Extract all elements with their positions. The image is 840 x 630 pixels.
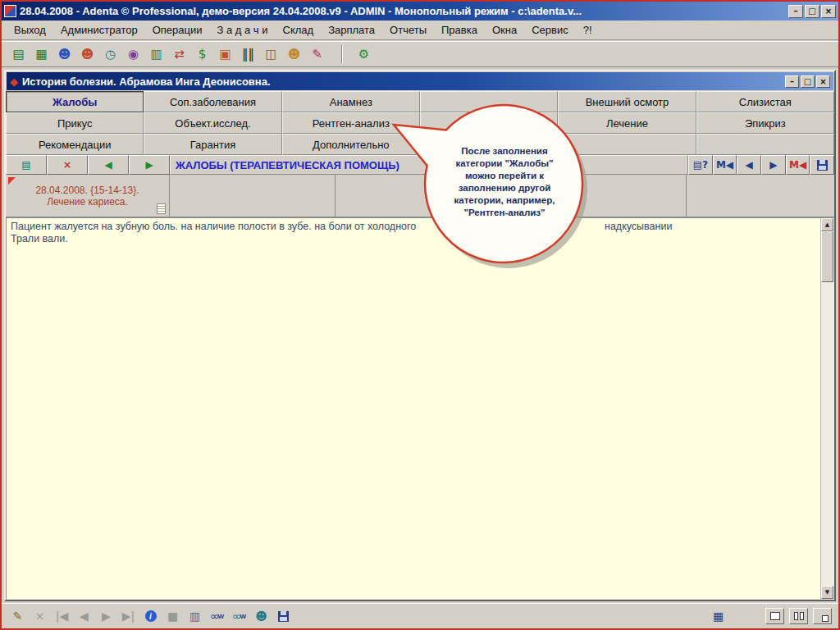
delete-record-button[interactable]: × xyxy=(47,155,88,175)
transfer-button[interactable]: ☻ xyxy=(252,607,271,626)
menu-item-9[interactable]: Сервис xyxy=(524,21,576,39)
delete-record-icon: × xyxy=(63,160,71,170)
statistics-icon: ◉ xyxy=(128,48,139,61)
child-close-button[interactable]: × xyxy=(816,75,830,88)
next-entry-button[interactable]: ▶ xyxy=(129,155,170,175)
exchange-button[interactable]: ⇄ xyxy=(169,44,189,65)
next-page-button[interactable]: ▶ xyxy=(761,155,786,175)
menu-item-2[interactable]: Операции xyxy=(145,21,210,39)
scroll-up-button[interactable]: ▲ xyxy=(821,218,833,231)
balloon-line-4: категории, например, xyxy=(432,194,577,207)
find-in-word-alt-badge: W xyxy=(240,613,247,620)
menu-item-7[interactable]: Правка xyxy=(434,21,485,39)
patients-button[interactable]: ☻ xyxy=(54,44,75,65)
schedule-button[interactable]: ◷ xyxy=(100,44,121,65)
menu-item-0[interactable]: Выход xyxy=(7,21,53,39)
scroll-down-button[interactable]: ▼ xyxy=(821,586,833,599)
info-button[interactable]: i xyxy=(141,607,160,626)
category-tab-0-5[interactable]: Слизистая xyxy=(696,91,834,112)
window-cascade-button[interactable]: ▦ xyxy=(709,607,728,626)
minimize-button[interactable]: – xyxy=(788,5,803,18)
info-icon: i xyxy=(145,610,157,622)
history-window-icon: ◆ xyxy=(10,75,18,88)
layout-corner-button[interactable] xyxy=(813,608,832,624)
menu-item-5[interactable]: Зарплата xyxy=(321,21,382,39)
editor-scrollbar[interactable]: ▲ ▼ xyxy=(820,218,833,599)
layout-single-icon xyxy=(770,612,780,620)
record-entry-text: 28.04.2008. {15-14-13}. Лечение кариеса. xyxy=(17,185,158,208)
menu-item-6[interactable]: Отчеты xyxy=(382,21,434,39)
category-tab-2-0[interactable]: Рекомендации xyxy=(6,134,144,155)
menu-item-1[interactable]: Администратор xyxy=(53,21,145,39)
category-tab-1-0[interactable]: Прикус xyxy=(6,112,144,134)
save-icon xyxy=(278,611,289,622)
find-in-word-alt-button[interactable]: ∞W xyxy=(230,607,249,626)
document-icon xyxy=(157,203,166,214)
stop-icon: ■ xyxy=(167,610,178,622)
category-tab-2-2[interactable]: Дополнительно xyxy=(282,134,420,155)
scrollbar-thumb[interactable] xyxy=(821,231,833,282)
menu-item-4[interactable]: Склад xyxy=(276,21,322,39)
child-titlebar: ◆ История болезни. Абрамова Инга Деонисо… xyxy=(7,72,833,90)
card-index-button[interactable]: ▥ xyxy=(146,44,167,65)
record-list-item[interactable]: 28.04.2008. {15-14-13}. Лечение кариеса. xyxy=(6,175,170,217)
staff-button[interactable]: ☻ xyxy=(77,44,98,65)
template-button[interactable]: ▤? xyxy=(688,155,713,175)
layout-split-button[interactable] xyxy=(789,608,808,624)
copy-record-button[interactable]: ▤ xyxy=(6,155,47,175)
category-tab-2-1[interactable]: Гарантия xyxy=(144,134,281,155)
edit-entry-button[interactable]: ✎ xyxy=(8,607,27,626)
menu-item-8[interactable]: Окна xyxy=(485,21,524,39)
settings-button[interactable]: ⚙ xyxy=(354,44,374,65)
prev-page-button[interactable]: ◀ xyxy=(737,155,761,175)
editor-text-right: надкусывании xyxy=(605,221,672,233)
category-tab-0-1[interactable]: Соп.заболевания xyxy=(144,91,281,112)
payments-icon: $ xyxy=(199,48,207,61)
statistics-button[interactable]: ◉ xyxy=(123,44,144,65)
category-tab-0-2[interactable]: Анамнез xyxy=(282,91,420,112)
last-page-button[interactable]: М◀ xyxy=(786,155,810,175)
close-button[interactable]: × xyxy=(821,5,836,18)
new-card-button[interactable]: ▦ xyxy=(31,44,52,65)
prev-entry-icon: ◀ xyxy=(104,160,112,170)
layout-single-button[interactable] xyxy=(765,608,784,624)
documents-button[interactable]: ✎ xyxy=(307,44,327,65)
maximize-button[interactable]: □ xyxy=(805,5,819,18)
child-restore-button[interactable]: □ xyxy=(801,75,815,88)
main-toolbar: ▤▦☻☻◷◉▥⇄$▣‖‖◫☻✎⚙ xyxy=(2,41,838,67)
complaint-text-editor[interactable]: Пациент жалуется на зубную боль. на нали… xyxy=(6,217,834,600)
flag-icon xyxy=(8,177,16,185)
next-record-icon: ▶ xyxy=(102,610,111,622)
new-card-icon: ▦ xyxy=(35,48,47,61)
child-minimize-button[interactable]: – xyxy=(785,75,799,88)
save-record-button[interactable] xyxy=(810,155,834,175)
category-tab-1-5[interactable]: Эпикриз xyxy=(696,112,834,134)
last-page-icon: М◀ xyxy=(789,160,806,170)
category-tab-1-4[interactable]: Лечение xyxy=(558,112,696,134)
salary-button[interactable]: ☻ xyxy=(284,44,304,65)
category-tab-1-2[interactable]: Рентген-анализ xyxy=(282,112,420,134)
menu-item-10[interactable]: ?! xyxy=(576,21,600,39)
layout-corner-icon xyxy=(822,615,829,622)
barcode-icon: ‖‖ xyxy=(242,48,254,61)
find-in-word-button[interactable]: ∞W xyxy=(208,607,226,626)
copy-pages-button[interactable]: ▥ xyxy=(185,607,204,626)
payments-button[interactable]: $ xyxy=(192,44,212,65)
cash-register-button[interactable]: ▣ xyxy=(215,44,235,65)
balloon-line-3: заполнению другой xyxy=(432,182,577,194)
barcode-button[interactable]: ‖‖ xyxy=(238,44,258,65)
section-header: ЖАЛОБЫ (ТЕРАПЕВТИЧЕСКАЯ ПОМОЩЬ) xyxy=(170,155,688,175)
first-page-button[interactable]: М◀ xyxy=(713,155,737,175)
category-tab-0-0[interactable]: Жалобы xyxy=(6,91,144,112)
record-toolbar-right: ▤?М◀◀▶М◀ xyxy=(688,155,834,175)
category-tab-1-1[interactable]: Объект.исслед. xyxy=(144,112,281,134)
warehouse-button[interactable]: ◫ xyxy=(261,44,281,65)
card-file-button[interactable]: ▤ xyxy=(8,44,29,65)
prev-entry-button[interactable]: ◀ xyxy=(88,155,129,175)
category-tab-0-4[interactable]: Внешний осмотр xyxy=(558,91,696,112)
save-button[interactable] xyxy=(274,607,293,626)
window-titlebar: 28.04.2008 - Adenta © Professional, демо… xyxy=(2,2,838,21)
category-cell-empty xyxy=(420,112,558,134)
delete-entry-icon: × xyxy=(35,610,45,622)
menu-item-3[interactable]: З а д а ч и xyxy=(210,21,276,39)
